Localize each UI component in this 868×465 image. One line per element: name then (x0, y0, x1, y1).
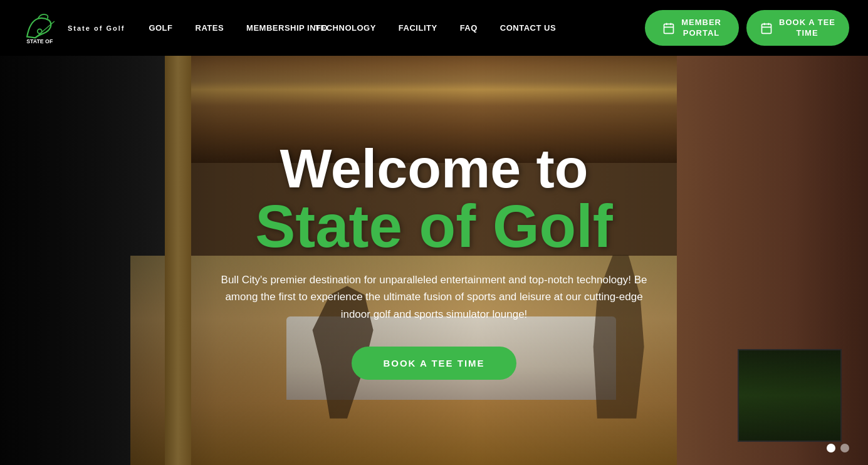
hero-content: Welcome to State of Golf Bull City's pre… (0, 56, 868, 465)
hero-title-brand: State of Golf (255, 196, 613, 256)
logo-area[interactable]: STATE OF State of Golf (19, 9, 125, 47)
book-tee-time-hero-button[interactable]: BOOK A TEE TIME (352, 347, 516, 380)
nav-link-membership-info[interactable]: MEMBERSHIP INFO (235, 23, 304, 33)
nav-links: GOLF RATES MEMBERSHIP INFO TECHNOLOGY FA… (137, 23, 645, 33)
pagination-dot-2[interactable] (840, 444, 849, 452)
pagination-dot-1[interactable] (827, 444, 835, 452)
book-tee-time-nav-button[interactable]: BOOK A TEETIME (746, 10, 849, 46)
pagination-dots (827, 444, 849, 452)
logo-svg: STATE OF (19, 9, 63, 47)
nav-link-golf[interactable]: GOLF (137, 23, 184, 33)
svg-rect-4 (664, 24, 674, 33)
calendar-icon-book (760, 22, 773, 34)
book-tee-time-nav-label: BOOK A TEETIME (779, 18, 835, 39)
main-nav: STATE OF State of Golf GOLF RATES MEMBER… (0, 0, 868, 56)
nav-link-faq[interactable]: FAQ (449, 23, 489, 33)
calendar-icon-member (662, 22, 675, 34)
svg-rect-8 (762, 24, 771, 33)
member-portal-label: MEMBERPORTAL (681, 18, 721, 39)
nav-buttons: MEMBERPORTAL BOOK A TEETIME (645, 10, 849, 46)
hero-subtitle: Bull City's premier destination for unpa… (215, 271, 654, 323)
member-portal-button[interactable]: MEMBERPORTAL (645, 10, 739, 46)
svg-text:STATE OF: STATE OF (26, 38, 53, 44)
hero-title-welcome: Welcome to (280, 141, 588, 196)
logo-text-state: State of Golf (68, 24, 125, 32)
nav-link-contact-us[interactable]: CONTACT US (489, 23, 545, 33)
nav-link-facility[interactable]: FACILITY (387, 23, 449, 33)
nav-link-technology[interactable]: TECHNOLOGY (304, 23, 387, 33)
nav-link-rates[interactable]: RATES (184, 23, 236, 33)
